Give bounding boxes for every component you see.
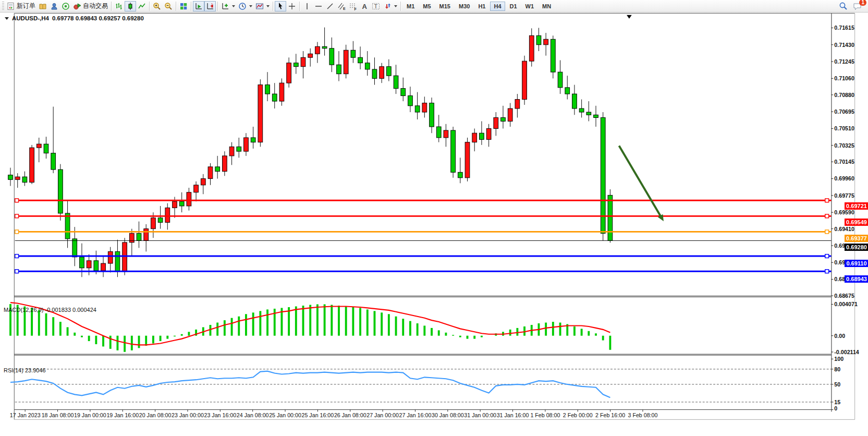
- yellow-book-icon: [39, 2, 47, 10]
- arrows-tool-icon: [383, 2, 392, 10]
- timeframe-button-M1[interactable]: M1: [403, 2, 418, 11]
- line-handle[interactable]: [825, 270, 829, 273]
- toolbar-separator: [191, 2, 191, 11]
- chart-shift-marker[interactable]: [627, 15, 632, 19]
- indicators-button[interactable]: [219, 1, 237, 11]
- svg-text:20 Jan 08:00: 20 Jan 08:00: [139, 412, 172, 418]
- notifications-button[interactable]: 1: [851, 1, 864, 11]
- channel-tool-button[interactable]: E: [336, 1, 347, 11]
- auto-trading-icon: [73, 2, 81, 10]
- svg-text:30 Jan 08:00: 30 Jan 08:00: [432, 412, 464, 418]
- line-handle[interactable]: [15, 214, 19, 218]
- indicators-dropdown-caret[interactable]: [232, 5, 235, 7]
- user-terminal-button[interactable]: [48, 1, 60, 11]
- svg-text:F: F: [354, 7, 357, 10]
- chart-canvas[interactable]: 0.716150.714300.712450.710600.708800.706…: [0, 13, 868, 436]
- line-handle[interactable]: [15, 270, 19, 273]
- svg-text:27 Jan 16:00: 27 Jan 16:00: [399, 412, 432, 418]
- chart-ohlc-values: 0.69778 0.69843 0.69257 0.69280: [52, 15, 144, 21]
- auto-trading-button[interactable]: 自动交易: [71, 1, 109, 11]
- periods-dropdown-caret[interactable]: [249, 5, 252, 7]
- candlestick-series: [8, 28, 613, 277]
- toolbar-separator: [273, 2, 273, 11]
- svg-text:24 Jan 08:00: 24 Jan 08:00: [237, 412, 269, 418]
- chart-window[interactable]: 0.716150.714300.712450.710600.708800.706…: [0, 13, 868, 436]
- toolbar-separator: [176, 2, 176, 11]
- fibonacci-tool-button[interactable]: F: [347, 1, 359, 11]
- cursor-button[interactable]: [275, 1, 286, 11]
- candlestick-chart-button[interactable]: [125, 1, 136, 11]
- arrows-tool-button[interactable]: [382, 1, 399, 11]
- timeframe-button-M5[interactable]: M5: [419, 2, 434, 11]
- line-handle[interactable]: [15, 255, 19, 258]
- tile-windows-icon: [179, 2, 188, 10]
- line-handle[interactable]: [825, 214, 829, 218]
- line-chart-button[interactable]: [136, 1, 148, 11]
- chart-dropdown-icon[interactable]: [5, 17, 9, 20]
- periods-button[interactable]: [237, 1, 254, 11]
- svg-text:-0.002114: -0.002114: [834, 349, 859, 355]
- line-handle[interactable]: [15, 199, 19, 202]
- yellow-book-button[interactable]: [37, 1, 48, 11]
- auto-scroll-button[interactable]: [193, 1, 204, 11]
- bar-chart-icon: [115, 2, 123, 10]
- svg-text:18 Jan 08:00: 18 Jan 08:00: [42, 412, 74, 418]
- line-handle[interactable]: [825, 255, 829, 258]
- chart-shift-icon: [206, 2, 214, 10]
- bar-chart-button[interactable]: [113, 1, 125, 11]
- timeframe-button-M30[interactable]: M30: [455, 2, 473, 11]
- svg-text:E: E: [343, 6, 346, 10]
- timeframe-button-M15[interactable]: M15: [436, 2, 454, 11]
- horizontal-line-tool-button[interactable]: [313, 1, 324, 11]
- timeframe-button-H1[interactable]: H1: [474, 2, 489, 11]
- zoom-out-button[interactable]: [163, 1, 174, 11]
- text-tool-button[interactable]: A: [359, 1, 370, 11]
- signal-radar-button[interactable]: [60, 1, 71, 11]
- svg-text:0.69410: 0.69410: [834, 226, 854, 232]
- toolbar-separator: [217, 2, 218, 11]
- cursor-icon: [276, 2, 285, 10]
- zoom-in-icon: [153, 2, 161, 10]
- svg-text:31 Jan 00:00: 31 Jan 00:00: [464, 412, 496, 418]
- timeframe-button-D1[interactable]: D1: [506, 2, 521, 11]
- tile-windows-button[interactable]: [178, 1, 189, 11]
- svg-text:50: 50: [834, 381, 840, 387]
- new-order-button[interactable]: 新订单: [5, 1, 37, 11]
- arrows-dropdown-caret[interactable]: [394, 5, 397, 7]
- trend-arrow-annotation[interactable]: [619, 146, 664, 221]
- line-handle[interactable]: [825, 230, 829, 234]
- timeframe-button-H4[interactable]: H4: [490, 2, 505, 11]
- vertical-line-tool-button[interactable]: [301, 1, 313, 11]
- trendline-tool-button[interactable]: [324, 1, 336, 11]
- search-button[interactable]: [837, 1, 849, 11]
- horizontal-line-icon: [314, 2, 323, 10]
- macd-indicator-label: MACD(12,26,9) -0.001833 0.000424: [4, 307, 96, 313]
- svg-text:0.70510: 0.70510: [834, 125, 854, 131]
- chart-title[interactable]: AUDUSD-,H4 0.69778 0.69843 0.69257 0.692…: [5, 15, 144, 21]
- label-tool-button[interactable]: T: [370, 1, 382, 11]
- chart-shift-button[interactable]: [204, 1, 216, 11]
- price-axis[interactable]: 0.716150.714300.712450.710600.708800.706…: [831, 25, 854, 299]
- templates-button[interactable]: [254, 1, 271, 11]
- toolbar-grip[interactable]: [2, 2, 4, 11]
- signal-radar-icon: [62, 2, 70, 10]
- search-icon: [839, 2, 848, 10]
- zoom-in-button[interactable]: [151, 1, 163, 11]
- svg-text:0.00: 0.00: [834, 333, 845, 339]
- svg-text:0.70325: 0.70325: [834, 142, 854, 149]
- templates-dropdown-caret[interactable]: [266, 5, 270, 7]
- line-handle[interactable]: [15, 230, 19, 234]
- fibonacci-icon: F: [349, 2, 357, 10]
- crosshair-icon: [288, 2, 296, 10]
- toolbar-separator: [400, 2, 401, 11]
- timeframe-button-W1[interactable]: W1: [522, 2, 538, 11]
- svg-text:26 Jan 08:00: 26 Jan 08:00: [334, 412, 366, 418]
- price-tag-0.69110: 0.69110: [845, 260, 868, 267]
- timeframe-button-MN[interactable]: MN: [539, 2, 555, 11]
- svg-text:23 Jan 00:00: 23 Jan 00:00: [172, 412, 204, 418]
- time-axis[interactable]: 17 Jan 202318 Jan 08:0019 Jan 00:0019 Ja…: [10, 409, 658, 418]
- crosshair-button[interactable]: [286, 1, 298, 11]
- line-handle[interactable]: [825, 199, 829, 202]
- trendline-icon: [326, 2, 334, 10]
- price-tag-0.69721: 0.69721: [845, 202, 868, 210]
